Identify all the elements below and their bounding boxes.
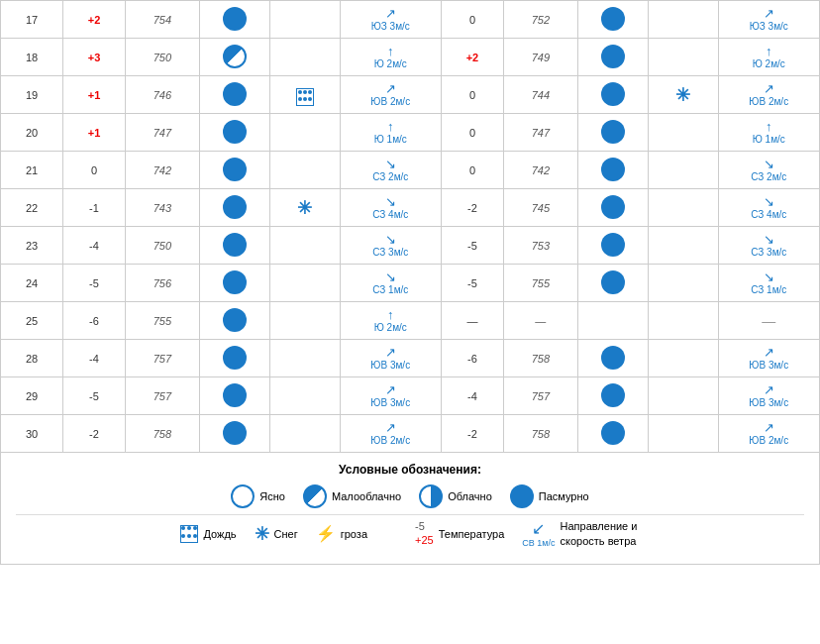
wind-arrow-icon: ↗ (764, 345, 774, 360)
press-cell: 743 (126, 189, 200, 227)
sky-icon (601, 421, 625, 445)
sky-icon (601, 383, 625, 407)
temp-cell: -5 (63, 265, 126, 302)
wind-cell: ↗ЮВ 2м/с (721, 81, 818, 109)
wind-cell: ↘СЗ 2м/с (340, 152, 441, 189)
press2-cell: 753 (503, 227, 577, 265)
legend-thunder: ⚡ гроза (316, 524, 367, 543)
temp-value: -1 (89, 202, 99, 214)
sky-icon (601, 82, 625, 106)
sky-icon (223, 195, 247, 219)
day-cell: 20 (1, 114, 63, 152)
sky2-cell (577, 76, 648, 114)
wind-cell: ↑Ю 2м/с (340, 302, 441, 340)
wind2-cell: ↗ЮВ 3м/с (718, 340, 820, 377)
sky-cell (199, 114, 269, 152)
sky-icon (223, 120, 247, 144)
wind-arrow-icon: ↑ (387, 307, 394, 322)
temp-value: -6 (89, 315, 99, 327)
precip2-cell (648, 1, 718, 39)
legend-malooblachno: Малооблачно (303, 484, 401, 508)
wind-cell: ↑Ю 2м/с (340, 39, 441, 76)
thunder-icon: ⚡ (316, 524, 336, 543)
precip-cell (269, 114, 340, 152)
wind2-cell: ↗ЮЗ 3м/с (718, 1, 820, 39)
sky-cell (199, 302, 269, 340)
wind2-cell: ↗ЮВ 2м/с (718, 76, 820, 114)
table-row: 23 -4 750 ↘СЗ 3м/с -5 753 ↘СЗ 3м/с (1, 227, 820, 265)
press2-cell: 755 (503, 265, 577, 302)
wind-arrow-icon: ↘ (385, 157, 396, 171)
temp-value: -4 (89, 240, 99, 252)
wind-arrow-icon: ↗ (385, 382, 396, 397)
sky2-cell (577, 340, 648, 377)
day2-value: -2 (467, 202, 477, 214)
day-cell: 25 (1, 302, 63, 340)
day-cell: 17 (1, 1, 63, 39)
day-cell: 19 (1, 76, 63, 114)
snow-icon: ✳ (297, 198, 312, 218)
sky2-cell (577, 227, 648, 265)
press2-cell: 745 (503, 189, 577, 227)
day2-value: -4 (467, 390, 477, 402)
wind-cell: ↗ЮВ 3м/с (340, 340, 441, 377)
sky-icon (601, 45, 625, 68)
precip-cell (269, 39, 340, 76)
temp-cell: -5 (63, 377, 126, 415)
wind-cell: ↘СЗ 3м/с (721, 232, 818, 260)
wind2-cell: — (718, 302, 820, 340)
press-cell: 755 (126, 302, 200, 340)
day2-cell: 0 (441, 152, 503, 189)
day2-cell: -5 (441, 227, 503, 265)
day-cell: 24 (1, 265, 63, 302)
table-row: 20 +1 747 ↑Ю 1м/с 0 747 ↑Ю 1м/с (1, 114, 820, 152)
sky-icon (601, 7, 625, 31)
press2-cell: 747 (503, 114, 577, 152)
sky-icon (223, 421, 247, 445)
table-row: 19 +1 746 ↗ЮВ 2м/с 0 744 ✳ ↗ЮВ 2м/с (1, 76, 820, 114)
legend-oblachno: Облачно (419, 484, 492, 508)
day2-cell: 0 (441, 76, 503, 114)
precip2-cell (648, 227, 718, 265)
press2-cell: 758 (503, 415, 577, 453)
sky2-cell (577, 415, 648, 453)
legend-snow-label: Снег (274, 528, 298, 540)
temp-cell: +1 (63, 76, 126, 114)
wind-cell: ↗ЮВ 2м/с (343, 81, 439, 109)
temp-value: +1 (88, 127, 101, 139)
press-cell: 750 (126, 39, 200, 76)
main-container: 17 +2 754 ↗ЮЗ 3м/с 0 752 ↗ЮЗ 3м/с 18 +3 … (0, 0, 820, 565)
day-cell: 23 (1, 227, 63, 265)
precip-cell (269, 377, 340, 415)
day2-value: -2 (467, 428, 477, 440)
wind-arrow-icon: ↘ (385, 232, 396, 247)
sky2-cell (577, 1, 648, 39)
legend-section: Условные обозначения: Ясно Малооблачно О… (0, 453, 820, 565)
wind-cell: ↘СЗ 1м/с (340, 265, 441, 302)
precip-cell (269, 415, 340, 453)
precip2-cell: ✳ (648, 76, 718, 114)
sky-cell (199, 152, 269, 189)
legend-malooblachno-label: Малооблачно (332, 490, 401, 502)
day2-cell: 0 (441, 114, 503, 152)
wind-arrow-icon: ↑ (766, 44, 772, 58)
precip2-cell (648, 39, 718, 76)
sky-icon (601, 158, 625, 181)
sky-icon (601, 233, 625, 257)
sky-cell (199, 340, 269, 377)
weather-table: 17 +2 754 ↗ЮЗ 3м/с 0 752 ↗ЮЗ 3м/с 18 +3 … (0, 0, 820, 453)
wind-cell: ↑Ю 1м/с (721, 119, 818, 147)
precip-cell (269, 152, 340, 189)
precip2-cell (648, 415, 718, 453)
wind-cell: ↗ЮВ 2м/с (340, 415, 441, 453)
wind-cell: ↘СЗ 1м/с (343, 269, 439, 297)
wind-cell: ↑Ю 1м/с (340, 114, 441, 152)
temp-cell: -1 (63, 189, 126, 227)
wind-cell: ↗ЮВ 3м/с (721, 345, 818, 373)
sky-icon (601, 195, 625, 219)
day2-cell: -5 (441, 265, 503, 302)
sky-cell (199, 39, 269, 76)
wind-cell: ↘СЗ 4м/с (343, 194, 439, 222)
sky-cell (199, 377, 269, 415)
wind-cell: ↘СЗ 1м/с (721, 269, 818, 297)
